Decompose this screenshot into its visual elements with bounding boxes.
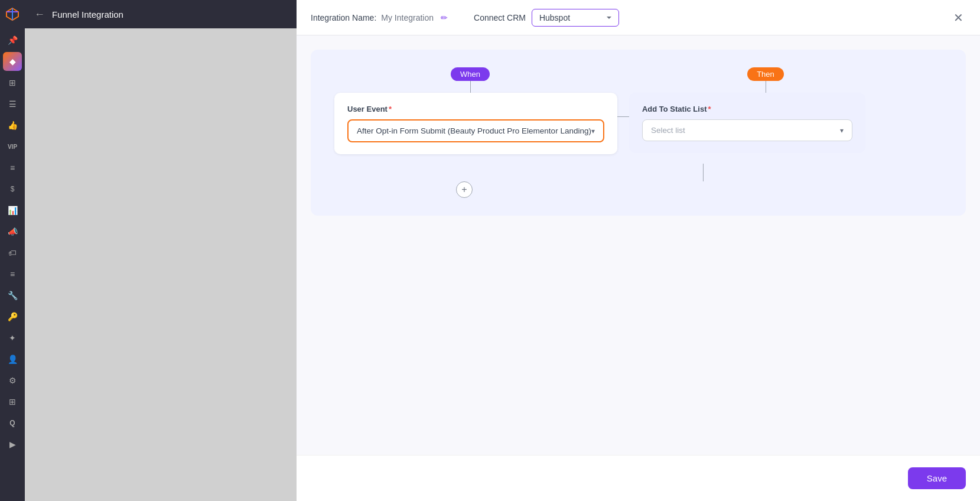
list2-icon[interactable]: ≡ <box>3 265 22 284</box>
user-event-value: After Opt-in Form Submit (Beauty Product… <box>357 126 591 135</box>
content-area: When Then User Event* <box>297 35 980 455</box>
then-badge: Then <box>747 67 784 81</box>
left-panel-content <box>25 28 297 501</box>
thumbs-icon[interactable]: 👍 <box>3 116 22 135</box>
when-connector <box>470 81 471 93</box>
add-to-static-list-card: Add To Static List* Select list ▾ <box>629 93 865 153</box>
close-button[interactable]: ✕ <box>951 8 966 27</box>
tool-icon[interactable]: 🔧 <box>3 286 22 305</box>
pencil-icon: ✏ <box>441 13 448 22</box>
add-node-connector <box>703 164 704 181</box>
back-button[interactable]: ← <box>34 8 45 21</box>
select-list-dropdown-arrow: ▾ <box>840 126 844 135</box>
save-button-container: Save <box>297 455 980 501</box>
edit-integration-name-button[interactable]: ✏ <box>438 11 450 25</box>
add-node-button[interactable]: + <box>456 181 473 198</box>
close-icon: ✕ <box>953 11 963 24</box>
main-area: Integration Name: My Integration ✏ Conne… <box>297 0 980 501</box>
crm-select[interactable]: Hubspot Salesforce ActiveCampaign <box>532 9 619 27</box>
user-event-card: User Event* After Opt-in Form Submit (Be… <box>334 93 617 154</box>
integration-name-section: Integration Name: My Integration ✏ <box>311 11 450 25</box>
menu-icon[interactable]: ≡ <box>3 158 22 177</box>
vip-icon[interactable]: VIP <box>3 137 22 156</box>
add-to-static-required-star: * <box>708 105 711 113</box>
megaphone-icon[interactable]: 📣 <box>3 222 22 241</box>
settings-icon[interactable]: ⚙ <box>3 371 22 390</box>
left-panel-header: ← Funnel Integration <box>25 0 297 28</box>
key-icon[interactable]: 🔑 <box>3 307 22 326</box>
grid2-icon[interactable]: ⊞ <box>3 392 22 411</box>
chart-icon[interactable]: 📊 <box>3 201 22 220</box>
user-event-dropdown[interactable]: After Opt-in Form Submit (Beauty Product… <box>347 119 604 142</box>
left-panel: ← Funnel Integration <box>25 0 297 501</box>
sidebar: 📌 ◆ ⊞ ☰ 👍 VIP ≡ $ 📊 📣 🏷 ≡ 🔧 🔑 ✦ 👤 ⚙ ⊞ Q … <box>0 0 25 501</box>
highlight-icon[interactable]: ◆ <box>3 52 22 71</box>
pin-icon[interactable]: 📌 <box>3 31 22 50</box>
connect-crm-label: Connect CRM <box>474 13 526 22</box>
then-connector <box>766 81 766 93</box>
user-icon[interactable]: 👤 <box>3 350 22 369</box>
when-badge: When <box>451 67 490 81</box>
tag-icon[interactable]: 🏷 <box>3 243 22 262</box>
user-event-required-star: * <box>389 105 392 113</box>
search-icon[interactable]: Q <box>3 414 22 432</box>
dollar-icon[interactable]: $ <box>3 180 22 199</box>
group-icon[interactable]: ⊞ <box>3 73 22 92</box>
panel-title: Funnel Integration <box>52 9 123 19</box>
connect-crm-section: Connect CRM Hubspot Salesforce ActiveCam… <box>474 9 619 27</box>
select-list-placeholder: Select list <box>651 126 685 135</box>
user-event-dropdown-arrow: ▾ <box>591 127 595 135</box>
flow-canvas: When Then User Event* <box>311 50 966 216</box>
add-to-static-list-label: Add To Static List* <box>642 105 852 113</box>
user-event-label: User Event* <box>347 105 604 113</box>
topbar: Integration Name: My Integration ✏ Conne… <box>297 0 980 35</box>
integration-name-label: Integration Name: <box>311 13 376 22</box>
integration-name-value: My Integration <box>381 13 434 22</box>
magic-icon[interactable]: ✦ <box>3 328 22 347</box>
select-list-dropdown[interactable]: Select list ▾ <box>642 119 852 141</box>
app-logo <box>5 7 19 24</box>
list-icon[interactable]: ☰ <box>3 95 22 113</box>
save-button[interactable]: Save <box>908 467 966 489</box>
play-icon[interactable]: ▶ <box>3 435 22 454</box>
